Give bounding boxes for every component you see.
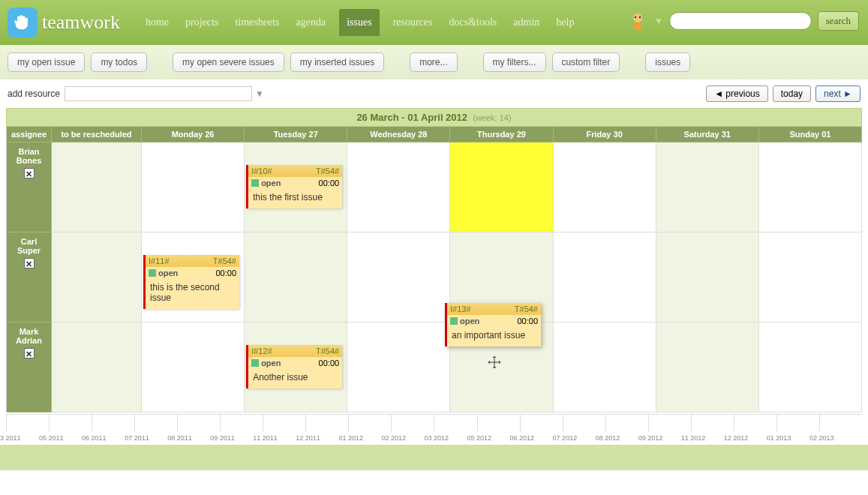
issue-card[interactable]: I#12#T#54# open00:00 Another issue bbox=[246, 345, 342, 388]
timeline-tick[interactable]: 08 2011 bbox=[177, 415, 220, 431]
timeline-tick[interactable]: 11 2012 bbox=[691, 415, 734, 431]
filter-inserted-issues[interactable]: my inserted issues bbox=[290, 52, 384, 72]
calendar-grid: assignee to be rescheduled Monday 26 Tue… bbox=[6, 127, 862, 412]
card-task: T#54# bbox=[213, 256, 236, 266]
assignee-mark: Mark Adrian ✕ bbox=[7, 322, 52, 412]
timeline-tick[interactable]: 01 2013 bbox=[776, 415, 819, 431]
filter-issues[interactable]: issues bbox=[645, 52, 690, 72]
timeline-tick[interactable]: 05 2012 bbox=[477, 415, 520, 431]
assignee-carl: Carl Super ✕ bbox=[7, 232, 52, 322]
timeline-label: 08 2012 bbox=[596, 434, 620, 442]
nav-docs-tools[interactable]: docs&tools bbox=[446, 12, 500, 33]
nav-admin[interactable]: admin bbox=[510, 12, 542, 33]
search-input[interactable] bbox=[669, 12, 812, 30]
resource-dropdown-icon[interactable]: ▼ bbox=[255, 88, 264, 99]
cell-carl-mon[interactable]: I#11#T#54# open00:00 this is the second … bbox=[142, 232, 245, 322]
cell-brian-sat[interactable] bbox=[656, 142, 759, 232]
cell-brian-thu[interactable] bbox=[450, 142, 553, 232]
cell-carl-sat[interactable] bbox=[656, 232, 759, 322]
timeline-tick[interactable]: 03 2011 bbox=[6, 415, 49, 431]
brand-text: teamwork bbox=[42, 11, 120, 34]
issue-card[interactable]: I#11#T#54# open00:00 this is the second … bbox=[143, 255, 239, 309]
timeline-tick[interactable]: 11 2011 bbox=[263, 415, 305, 431]
timeline-label: 07 2011 bbox=[125, 434, 149, 442]
assignee-name: Brian Bones bbox=[8, 147, 50, 165]
timeline-tick[interactable]: 12 2011 bbox=[305, 415, 348, 431]
timeline-tick[interactable]: 09 2011 bbox=[220, 415, 263, 431]
timeline-label: 09 2011 bbox=[210, 434, 235, 442]
cell-brian-sun[interactable] bbox=[759, 142, 862, 232]
remove-assignee-button[interactable]: ✕ bbox=[24, 258, 35, 268]
filter-more[interactable]: more... bbox=[410, 52, 457, 72]
user-avatar-icon[interactable] bbox=[627, 10, 648, 32]
timeline-tick[interactable]: 02 2012 bbox=[391, 415, 434, 431]
remove-assignee-button[interactable]: ✕ bbox=[24, 168, 35, 178]
cell-brian-fri[interactable] bbox=[554, 142, 656, 232]
timeline-tick[interactable]: 01 2012 bbox=[348, 415, 391, 431]
cell-carl-wed[interactable] bbox=[347, 232, 450, 322]
cell-brian-reschedule[interactable] bbox=[52, 142, 142, 232]
footer-bar bbox=[0, 445, 868, 470]
dragging-issue-card[interactable]: I#13#T#54# open00:00 an important issue bbox=[445, 303, 542, 346]
timeline-tick[interactable]: 06 2011 bbox=[92, 415, 134, 431]
cell-brian-wed[interactable] bbox=[347, 142, 450, 232]
cell-mark-mon[interactable] bbox=[142, 322, 245, 412]
timeline-tick[interactable]: 08 2012 bbox=[605, 415, 648, 431]
card-status: open bbox=[460, 316, 479, 326]
filter-my-filters[interactable]: my filters... bbox=[483, 52, 546, 72]
filter-custom[interactable]: custom filter bbox=[552, 52, 620, 72]
today-button[interactable]: today bbox=[773, 86, 811, 102]
search-button[interactable]: search bbox=[818, 11, 859, 31]
cell-carl-fri[interactable] bbox=[554, 232, 656, 322]
cell-mark-fri[interactable] bbox=[554, 322, 656, 412]
timeline-label: 09 2012 bbox=[638, 434, 663, 442]
nav-projects[interactable]: projects bbox=[182, 12, 221, 33]
assignee-brian: Brian Bones ✕ bbox=[7, 142, 52, 232]
cell-carl-tue[interactable] bbox=[245, 232, 347, 322]
remove-assignee-button[interactable]: ✕ bbox=[24, 348, 35, 358]
timeline-tick[interactable]: 03 2012 bbox=[434, 415, 476, 431]
nav-home[interactable]: home bbox=[143, 12, 172, 33]
col-tue: Tuesday 27 bbox=[245, 127, 347, 142]
card-id: I#11# bbox=[149, 256, 170, 266]
timeline-tick[interactable]: 05 2011 bbox=[49, 415, 92, 431]
cell-carl-sun[interactable] bbox=[759, 232, 862, 322]
timeline-tick[interactable]: 09 2012 bbox=[648, 415, 691, 431]
nav-agenda[interactable]: agenda bbox=[293, 12, 329, 33]
next-week-button[interactable]: next ► bbox=[815, 86, 860, 102]
add-resource-input[interactable] bbox=[65, 86, 252, 101]
timeline-label: 07 2012 bbox=[553, 434, 578, 442]
timeline-tick[interactable]: 02 2013 bbox=[819, 415, 862, 431]
timeline-label: 12 2011 bbox=[296, 434, 320, 442]
timeline-tick[interactable]: 06 2012 bbox=[520, 415, 563, 431]
cell-mark-sun[interactable] bbox=[759, 322, 862, 412]
filter-my-open-issue[interactable]: my open issue bbox=[8, 52, 85, 72]
user-menu-arrow-icon[interactable]: ▼ bbox=[654, 16, 663, 26]
top-right: ▼ search bbox=[627, 10, 859, 32]
cell-brian-tue[interactable]: I#10#T#54# open00:00 this the first issu… bbox=[245, 142, 347, 232]
nav-help[interactable]: help bbox=[553, 12, 577, 33]
timeline-tick[interactable]: 12 2012 bbox=[734, 415, 776, 431]
move-cursor-icon bbox=[488, 356, 501, 371]
card-task: T#54# bbox=[316, 346, 339, 356]
timeline-tick[interactable]: 07 2011 bbox=[134, 415, 177, 431]
cell-carl-reschedule[interactable] bbox=[52, 232, 142, 322]
cell-brian-mon[interactable] bbox=[142, 142, 245, 232]
nav-timesheets[interactable]: timesheets bbox=[232, 12, 282, 33]
status-dot-icon bbox=[251, 359, 259, 367]
cell-mark-tue[interactable]: I#12#T#54# open00:00 Another issue bbox=[245, 322, 347, 412]
cell-mark-reschedule[interactable] bbox=[52, 322, 142, 412]
timeline[interactable]: 03 201105 201106 201107 201108 201109 20… bbox=[6, 414, 862, 431]
filter-my-todos[interactable]: my todos bbox=[91, 52, 147, 72]
nav-issues[interactable]: issues bbox=[339, 9, 379, 36]
timeline-tick[interactable]: 07 2012 bbox=[563, 415, 605, 431]
issue-card[interactable]: I#10#T#54# open00:00 this the first issu… bbox=[246, 165, 342, 208]
card-text: this the first issue bbox=[248, 189, 342, 208]
card-status: open bbox=[261, 358, 281, 368]
nav-resources[interactable]: resources bbox=[390, 12, 436, 33]
prev-week-button[interactable]: ◄ previous bbox=[706, 86, 768, 102]
cell-mark-sat[interactable] bbox=[656, 322, 759, 412]
resource-bar: add resource ▼ ◄ previous today next ► bbox=[0, 80, 868, 108]
cell-mark-wed[interactable] bbox=[347, 322, 450, 412]
filter-severe-issues[interactable]: my open severe issues bbox=[173, 52, 284, 72]
